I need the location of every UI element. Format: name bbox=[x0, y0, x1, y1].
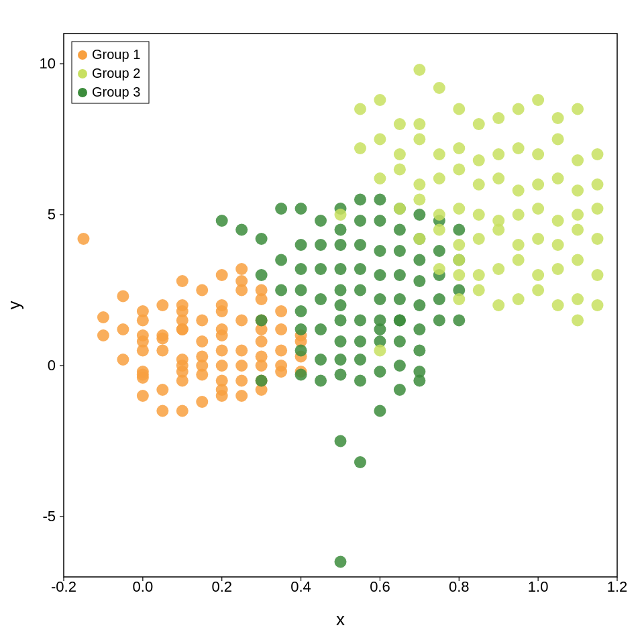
svg-point-108 bbox=[275, 203, 287, 215]
svg-point-33 bbox=[156, 405, 168, 417]
svg-point-174 bbox=[433, 293, 445, 305]
svg-point-238 bbox=[453, 239, 465, 251]
svg-point-259 bbox=[532, 284, 544, 297]
svg-point-198 bbox=[552, 112, 564, 124]
svg-point-100 bbox=[156, 345, 168, 357]
svg-point-65 bbox=[196, 315, 208, 327]
svg-point-156 bbox=[394, 245, 406, 257]
svg-point-166 bbox=[413, 275, 425, 287]
svg-point-199 bbox=[572, 103, 584, 115]
svg-point-40 bbox=[156, 329, 168, 341]
svg-point-36 bbox=[176, 275, 189, 287]
svg-point-213 bbox=[374, 172, 386, 184]
svg-point-29 bbox=[77, 233, 89, 245]
svg-point-176 bbox=[453, 224, 465, 236]
svg-point-132 bbox=[335, 369, 347, 381]
svg-point-135 bbox=[354, 215, 366, 227]
svg-point-252 bbox=[552, 263, 564, 275]
svg-point-237 bbox=[433, 224, 445, 236]
svg-point-180 bbox=[335, 299, 347, 311]
svg-text:0.6: 0.6 bbox=[370, 578, 390, 595]
svg-point-162 bbox=[394, 384, 406, 396]
svg-point-186 bbox=[394, 315, 406, 327]
svg-point-212 bbox=[592, 148, 604, 160]
svg-point-243 bbox=[552, 239, 564, 251]
svg-point-112 bbox=[295, 263, 307, 275]
svg-text:0.4: 0.4 bbox=[290, 578, 311, 595]
svg-point-139 bbox=[354, 315, 366, 327]
svg-point-167 bbox=[413, 299, 425, 311]
svg-point-218 bbox=[473, 178, 485, 191]
svg-point-141 bbox=[354, 354, 366, 366]
svg-point-158 bbox=[394, 293, 406, 305]
svg-point-92 bbox=[216, 384, 228, 396]
svg-point-111 bbox=[295, 239, 307, 251]
svg-point-254 bbox=[592, 269, 604, 281]
svg-point-229 bbox=[473, 209, 485, 221]
svg-point-195 bbox=[492, 112, 504, 124]
svg-point-168 bbox=[413, 323, 425, 335]
svg-point-227 bbox=[433, 209, 445, 221]
svg-point-191 bbox=[413, 64, 425, 76]
svg-point-67 bbox=[176, 360, 189, 372]
svg-point-50 bbox=[216, 360, 228, 372]
svg-point-143 bbox=[354, 456, 366, 468]
svg-point-103 bbox=[137, 366, 149, 378]
svg-point-133 bbox=[335, 435, 347, 447]
svg-point-228 bbox=[453, 203, 465, 215]
svg-point-181 bbox=[295, 305, 307, 317]
svg-point-161 bbox=[394, 360, 406, 372]
svg-point-234 bbox=[572, 209, 584, 221]
svg-point-113 bbox=[295, 284, 307, 297]
svg-text:Group 3: Group 3 bbox=[92, 85, 140, 99]
svg-point-205 bbox=[453, 142, 465, 154]
svg-text:0.0: 0.0 bbox=[133, 578, 154, 595]
svg-text:x: x bbox=[336, 609, 345, 629]
svg-point-249 bbox=[492, 263, 504, 275]
chart-container: // Layout constants const svgW = 960, sv… bbox=[0, 0, 644, 644]
svg-text:y: y bbox=[4, 301, 24, 310]
svg-point-145 bbox=[374, 215, 386, 227]
svg-point-215 bbox=[413, 178, 425, 191]
svg-point-221 bbox=[532, 178, 544, 191]
svg-point-211 bbox=[572, 154, 584, 166]
svg-point-206 bbox=[473, 154, 485, 166]
svg-point-163 bbox=[413, 209, 425, 221]
svg-point-101 bbox=[176, 323, 189, 335]
svg-point-147 bbox=[374, 269, 386, 281]
svg-point-241 bbox=[513, 239, 525, 251]
svg-point-260 bbox=[552, 299, 564, 311]
svg-point-271 bbox=[78, 69, 87, 78]
svg-point-210 bbox=[552, 133, 564, 146]
svg-point-207 bbox=[492, 148, 504, 160]
svg-point-160 bbox=[394, 335, 406, 347]
svg-point-182 bbox=[275, 284, 287, 297]
svg-point-239 bbox=[473, 233, 485, 245]
svg-text:0.2: 0.2 bbox=[211, 578, 232, 595]
svg-text:Group 1: Group 1 bbox=[92, 47, 140, 62]
svg-point-250 bbox=[513, 254, 525, 266]
svg-point-142 bbox=[354, 375, 366, 387]
svg-point-55 bbox=[235, 315, 248, 327]
svg-point-72 bbox=[216, 323, 228, 335]
svg-point-102 bbox=[196, 360, 208, 372]
svg-point-106 bbox=[256, 233, 268, 245]
svg-point-179 bbox=[453, 315, 465, 327]
svg-point-216 bbox=[433, 172, 445, 184]
svg-point-153 bbox=[335, 556, 347, 568]
svg-point-107 bbox=[256, 269, 268, 281]
svg-point-232 bbox=[532, 203, 544, 215]
svg-point-128 bbox=[335, 284, 347, 297]
svg-text:1.2: 1.2 bbox=[607, 578, 628, 595]
svg-point-121 bbox=[315, 323, 327, 335]
svg-point-137 bbox=[354, 263, 366, 275]
svg-point-266 bbox=[453, 269, 465, 281]
svg-point-248 bbox=[473, 269, 485, 281]
svg-text:5: 5 bbox=[48, 206, 56, 223]
svg-point-193 bbox=[453, 103, 465, 115]
svg-point-242 bbox=[532, 233, 544, 245]
svg-point-123 bbox=[315, 375, 327, 387]
svg-point-223 bbox=[572, 184, 584, 197]
svg-text:0: 0 bbox=[48, 357, 56, 374]
svg-point-110 bbox=[295, 203, 307, 215]
